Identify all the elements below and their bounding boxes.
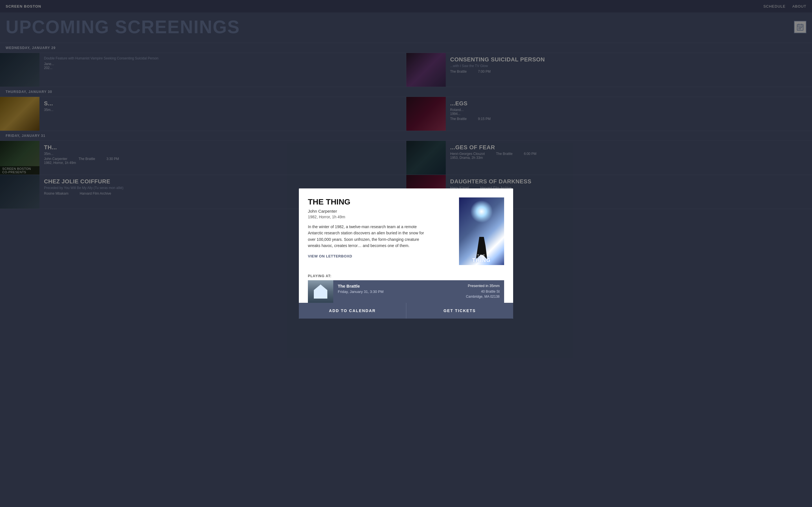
venue-datetime: Friday, January 31, 3:30 PM bbox=[338, 290, 457, 294]
venue-details: Presented in 35mm 40 Brattle St Cambridg… bbox=[462, 280, 504, 303]
venue-format: Presented in 35mm bbox=[466, 284, 500, 288]
letterboxd-link[interactable]: VIEW ON LETTERBOXD bbox=[308, 254, 352, 258]
modal-text: THE THING John Carpenter 1982, Horror, 1… bbox=[308, 198, 452, 265]
film-detail-modal: THE THING John Carpenter 1982, Horror, 1… bbox=[299, 188, 513, 319]
venue-thumbnail bbox=[308, 280, 333, 303]
playing-at-label: PLAYING AT: bbox=[308, 274, 504, 278]
modal-poster: THE THING bbox=[459, 198, 504, 265]
modal-director: John Carpenter bbox=[308, 209, 452, 214]
add-to-calendar-button[interactable]: ADD TO CALENDAR bbox=[299, 303, 406, 319]
poster-image: THE THING bbox=[459, 198, 504, 265]
venue-card: The Brattle Friday, January 31, 3:30 PM … bbox=[308, 280, 504, 303]
modal-overlay[interactable]: THE THING John Carpenter 1982, Horror, 1… bbox=[0, 0, 812, 507]
poster-light-effect bbox=[470, 200, 493, 223]
modal-film-title: THE THING bbox=[308, 198, 452, 207]
modal-description: In the winter of 1982, a twelve-man rese… bbox=[308, 224, 432, 249]
get-tickets-button[interactable]: GET TICKETS bbox=[406, 303, 513, 319]
playing-at-section: PLAYING AT: The Brattle Friday, January … bbox=[299, 274, 513, 303]
modal-actions: ADD TO CALENDAR GET TICKETS bbox=[299, 303, 513, 319]
venue-image bbox=[308, 280, 333, 303]
modal-film-meta: 1982, Horror, 1h 49m bbox=[308, 215, 452, 219]
venue-address: 40 Brattle St Cambridge, MA 02138 bbox=[466, 289, 500, 299]
venue-building-icon bbox=[312, 284, 329, 298]
modal-body: THE THING John Carpenter 1982, Horror, 1… bbox=[299, 188, 513, 274]
venue-name: The Brattle bbox=[338, 284, 457, 288]
venue-info: The Brattle Friday, January 31, 3:30 PM bbox=[333, 280, 462, 303]
poster-title-text: THING bbox=[472, 258, 491, 263]
poster-the-text: THE bbox=[477, 254, 486, 257]
